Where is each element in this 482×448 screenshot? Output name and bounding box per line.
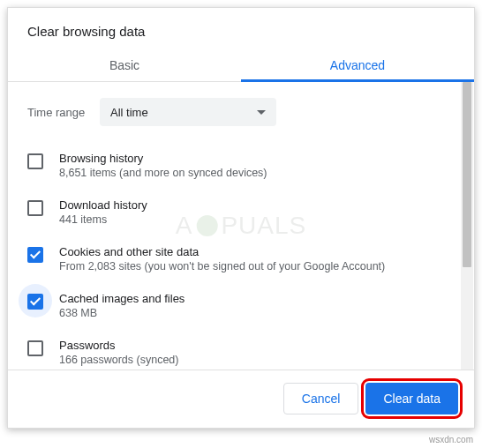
- tab-advanced[interactable]: Advanced: [241, 49, 474, 81]
- clear-data-button[interactable]: Clear data: [365, 383, 458, 414]
- cancel-button[interactable]: Cancel: [283, 383, 359, 414]
- checkbox-cached-images[interactable]: [27, 294, 43, 310]
- checkbox-cookies[interactable]: [27, 247, 43, 263]
- option-title: Passwords: [59, 339, 178, 352]
- option-title: Cached images and files: [59, 292, 185, 305]
- dialog-title: Clear browsing data: [27, 24, 455, 39]
- checkbox-passwords[interactable]: [27, 340, 43, 356]
- option-sub: From 2,083 sites (you won't be signed ou…: [59, 260, 385, 273]
- time-range-select[interactable]: All time: [100, 98, 276, 126]
- option-sub: 441 items: [59, 213, 147, 226]
- checkbox-browsing-history[interactable]: [27, 153, 43, 169]
- option-title: Browsing history: [59, 152, 267, 165]
- tab-basic[interactable]: Basic: [8, 49, 241, 81]
- option-passwords: Passwords 166 passwords (synced): [27, 329, 456, 370]
- option-cookies: Cookies and other site data From 2,083 s…: [27, 235, 456, 282]
- option-download-history: Download history 441 items: [27, 189, 456, 235]
- checkbox-download-history[interactable]: [27, 200, 43, 216]
- time-range-row: Time range All time: [27, 82, 456, 142]
- option-sub: 166 passwords (synced): [59, 354, 178, 366]
- content: Time range All time Browsing history 8,6…: [8, 82, 461, 370]
- option-title: Download history: [59, 198, 147, 212]
- source-label: wsxdn.com: [429, 435, 473, 444]
- time-range-value: All time: [110, 106, 148, 119]
- content-wrapper: Time range All time Browsing history 8,6…: [8, 82, 474, 370]
- chevron-down-icon: [257, 110, 266, 115]
- option-sub: 638 MB: [59, 307, 185, 319]
- dialog-header: Clear browsing data: [8, 8, 474, 49]
- tabs: Basic Advanced: [8, 49, 474, 82]
- scrollbar[interactable]: [461, 82, 473, 370]
- time-range-label: Time range: [27, 106, 100, 119]
- scroll-thumb[interactable]: [463, 82, 471, 267]
- clear-browsing-data-dialog: Clear browsing data Basic Advanced Time …: [7, 7, 475, 429]
- dialog-footer: Cancel Clear data: [8, 370, 474, 428]
- option-title: Cookies and other site data: [59, 245, 385, 258]
- option-sub: 8,651 items (and more on synced devices): [59, 167, 267, 179]
- option-cached-images: Cached images and files 638 MB: [27, 282, 456, 329]
- option-browsing-history: Browsing history 8,651 items (and more o…: [27, 142, 456, 189]
